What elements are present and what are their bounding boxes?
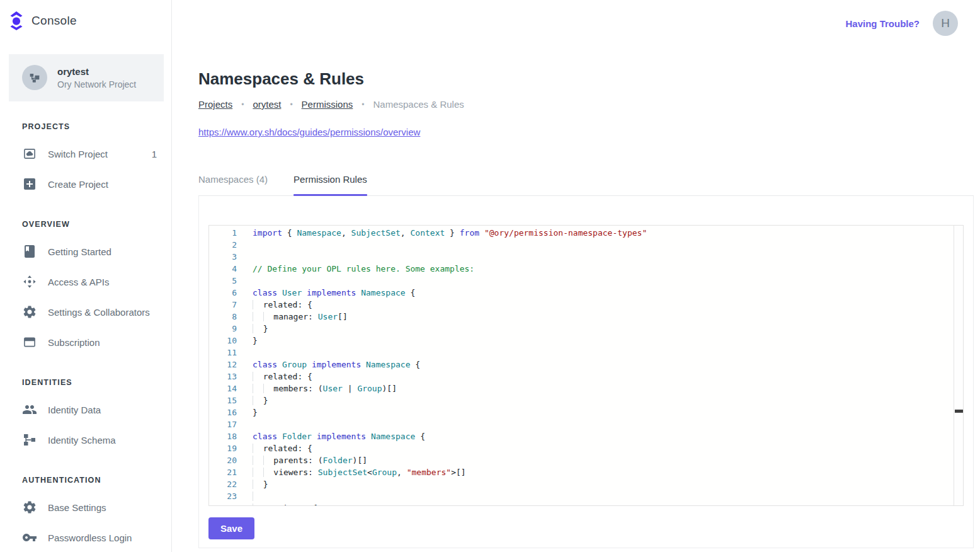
sidebar-item-identity-schema[interactable]: Identity Schema: [0, 425, 171, 455]
line-content: class Group implements Namespace {: [253, 359, 420, 371]
sidebar-item-label: Access & APIs: [48, 277, 110, 287]
line-content: }: [253, 323, 268, 335]
code-line: 4// Define your OPL rules here. Some exa…: [209, 263, 963, 275]
line-content: import { Namespace, SubjectSet, Context …: [253, 227, 647, 239]
project-count-badge: 1: [152, 149, 157, 159]
main-area: Having Trouble? H Namespaces & Rules Pro…: [173, 0, 980, 552]
sidebar-item-label: Switch Project: [48, 149, 108, 159]
page-content: Namespaces & Rules Projects•orytest•Perm…: [198, 69, 974, 548]
line-number: 2: [209, 239, 237, 251]
line-number: 1: [209, 227, 237, 239]
line-number: 20: [209, 454, 237, 466]
breadcrumb-namespaces-rules: Namespaces & Rules: [373, 99, 464, 110]
code-line: 6class User implements Namespace {: [209, 287, 963, 299]
sidebar-item-label: Subscription: [48, 337, 100, 348]
sidebar-item-settings-collaborators[interactable]: Settings & Collaborators: [0, 297, 171, 327]
sidebar-item-getting-started[interactable]: Getting Started: [0, 236, 171, 267]
access-apis-icon: [22, 274, 37, 289]
code-line: 9 }: [209, 323, 963, 335]
tab-permission-rules[interactable]: Permission Rules: [293, 174, 367, 195]
code-line: 15 }: [209, 394, 963, 406]
sidebar-item-switch-project[interactable]: Switch Project1: [0, 139, 171, 169]
code-line: 22 }: [209, 478, 963, 490]
line-number: 15: [209, 394, 237, 406]
line-content: related: {: [253, 299, 312, 311]
code-line: 8 manager: User[]: [209, 311, 963, 323]
sidebar-item-passwordless-login[interactable]: Passwordless Login: [0, 522, 171, 552]
line-number: 5: [209, 275, 237, 287]
code-line: 24 permits = {: [209, 502, 963, 506]
breadcrumb-permissions[interactable]: Permissions: [302, 99, 353, 110]
line-number: 14: [209, 382, 237, 394]
line-content: }: [253, 335, 258, 347]
sidebar-item-label: Create Project: [48, 179, 108, 190]
sidebar: Console orytest Ory Network Project PROJ…: [0, 0, 172, 552]
code-line: 5: [209, 275, 963, 287]
docs-link[interactable]: https://www.ory.sh/docs/guides/permissio…: [198, 127, 420, 137]
save-button[interactable]: Save: [208, 517, 254, 539]
sidebar-item-create-project[interactable]: Create Project: [0, 169, 171, 199]
breadcrumb-separator: •: [241, 100, 244, 109]
sidebar-section-title: PROJECTS: [22, 122, 171, 131]
line-number: 13: [209, 371, 237, 382]
breadcrumb-separator: •: [290, 100, 292, 109]
scrollbar-thumb[interactable]: [955, 410, 963, 413]
editor-scrollbar[interactable]: [954, 226, 963, 505]
line-number: 12: [209, 359, 237, 371]
sidebar-sections: PROJECTSSwitch Project1Create ProjectOVE…: [0, 122, 171, 552]
line-content: class Folder implements Namespace {: [253, 430, 425, 442]
code-line: 13 related: {: [209, 371, 963, 382]
line-content: }: [253, 406, 258, 418]
sidebar-item-label: Identity Schema: [48, 435, 116, 446]
line-number: 8: [209, 311, 237, 323]
line-content: permits = {: [253, 502, 317, 506]
sidebar-item-label: Identity Data: [48, 405, 101, 415]
project-avatar: [22, 65, 47, 90]
create-project-icon: [22, 176, 37, 192]
line-content: // Define your OPL rules here. Some exam…: [253, 263, 474, 275]
sidebar-item-access-apis[interactable]: Access & APIs: [0, 267, 171, 297]
code-line: 23: [209, 490, 963, 502]
line-content: parents: (Folder)[]: [253, 454, 367, 466]
getting-started-icon: [22, 244, 37, 259]
line-number: 21: [209, 466, 237, 478]
code-line: 16}: [209, 406, 963, 418]
sidebar-section-title: IDENTITIES: [22, 378, 171, 387]
code-line: 11: [209, 347, 963, 359]
line-content: members: (User | Group)[]: [253, 382, 397, 394]
line-content: related: {: [253, 371, 312, 382]
user-avatar[interactable]: H: [933, 11, 958, 36]
line-content: manager: User[]: [253, 311, 348, 323]
opl-code-editor[interactable]: 1import { Namespace, SubjectSet, Context…: [208, 225, 964, 506]
tab-namespaces-4[interactable]: Namespaces (4): [198, 174, 268, 195]
code-line: 17: [209, 418, 963, 430]
line-content: related: {: [253, 442, 312, 454]
identity-data-icon: [22, 402, 37, 417]
switch-project-icon: [22, 146, 37, 161]
settings-collaborators-icon: [22, 304, 37, 319]
sidebar-item-label: Passwordless Login: [48, 532, 132, 543]
breadcrumb-orytest[interactable]: orytest: [253, 99, 281, 110]
line-number: 16: [209, 406, 237, 418]
line-content: class User implements Namespace {: [253, 287, 415, 299]
project-type: Ory Network Project: [57, 79, 136, 89]
breadcrumb-projects[interactable]: Projects: [198, 99, 232, 110]
code-line: 3: [209, 251, 963, 263]
identity-schema-icon: [22, 432, 37, 447]
having-trouble-link[interactable]: Having Trouble?: [845, 18, 920, 29]
topbar: Having Trouble? H: [173, 0, 980, 47]
project-selector[interactable]: orytest Ory Network Project: [9, 54, 164, 101]
code-line: 2: [209, 239, 963, 251]
project-name: orytest: [57, 66, 136, 77]
sidebar-item-subscription[interactable]: Subscription: [0, 327, 171, 357]
line-number: 9: [209, 323, 237, 335]
tab-bar: Namespaces (4)Permission Rules: [198, 174, 974, 196]
sidebar-item-base-settings[interactable]: Base Settings: [0, 492, 171, 522]
line-number: 23: [209, 490, 237, 502]
page-title: Namespaces & Rules: [198, 69, 974, 89]
app-logo[interactable]: Console: [0, 0, 171, 39]
line-number: 17: [209, 418, 237, 430]
code-line: 19 related: {: [209, 442, 963, 454]
sidebar-section-title: AUTHENTICATION: [22, 476, 171, 485]
sidebar-item-identity-data[interactable]: Identity Data: [0, 394, 171, 425]
